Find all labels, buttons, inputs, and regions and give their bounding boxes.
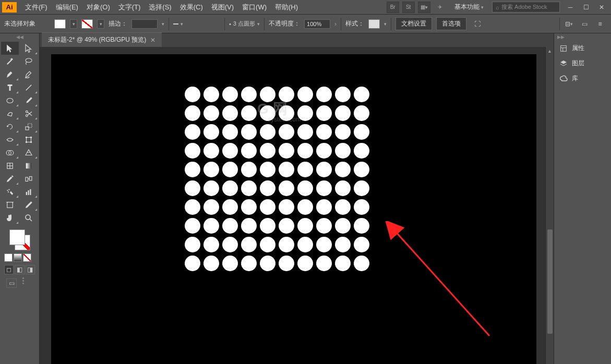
workspace-switcher[interactable]: 基本功能 ▾ — [449, 1, 489, 14]
blend-tool[interactable] — [20, 172, 38, 185]
bridge-icon[interactable]: Br — [387, 2, 399, 13]
menu-help[interactable]: 帮助(H) — [271, 1, 302, 14]
svg-point-11 — [30, 141, 31, 142]
lasso-tool[interactable] — [20, 55, 38, 68]
stock-icon[interactable]: St — [402, 2, 415, 13]
style-swatch[interactable] — [368, 19, 380, 29]
symbol-sprayer-tool[interactable] — [1, 185, 19, 198]
menu-select[interactable]: 选择(S) — [145, 1, 175, 14]
close-button[interactable]: ✕ — [594, 2, 609, 13]
shape-builder-tool[interactable] — [1, 146, 19, 159]
scale-tool[interactable] — [20, 120, 38, 133]
brush-dropdown[interactable]: ▾ — [181, 21, 183, 27]
fill-stroke-swatches[interactable] — [9, 229, 30, 250]
screen-mode[interactable]: ▭ — [6, 278, 17, 288]
document-tabs: 未标题-2* @ 49% (RGB/GPU 预览) ✕ — [40, 33, 554, 47]
opacity-flyout[interactable]: › — [334, 20, 337, 28]
artboard[interactable]: G 网 system.com — [51, 54, 536, 364]
stroke-weight-stepper[interactable]: ▾ — [162, 21, 164, 27]
svg-rect-26 — [30, 189, 31, 195]
close-tab-icon[interactable]: ✕ — [150, 37, 155, 44]
libraries-panel-tab[interactable]: 库 — [554, 71, 611, 86]
type-tool[interactable] — [1, 81, 19, 94]
gpu-icon[interactable]: ✈ — [434, 2, 446, 13]
panel-collapse[interactable]: ▶▶ — [554, 33, 611, 41]
preferences-button[interactable]: 首选项 — [436, 17, 466, 30]
transform-icon[interactable]: ▭ — [578, 18, 591, 30]
stroke-label: 描边： — [109, 19, 127, 28]
menu-effect[interactable]: 效果(C) — [176, 1, 207, 14]
maximize-button[interactable]: ☐ — [579, 2, 593, 13]
svg-rect-18 — [26, 177, 28, 181]
fill-dropdown[interactable]: ▾ — [70, 19, 77, 29]
none-mode-btn[interactable] — [23, 253, 31, 262]
list-icon[interactable]: ≡ — [593, 18, 607, 30]
properties-panel-tab[interactable]: 属性 — [554, 41, 611, 56]
shaper-tool[interactable] — [1, 107, 19, 120]
control-bar: 未选择对象 ▾ ▾ 描边： ▾ ▾ • 3 点圆形 ▾ 不透明度： › 样式： … — [0, 15, 611, 33]
zoom-tool[interactable] — [20, 211, 38, 224]
style-label: 样式： — [345, 19, 364, 28]
document-tab[interactable]: 未标题-2* @ 49% (RGB/GPU 预览) ✕ — [42, 32, 162, 47]
document-area: 未标题-2* @ 49% (RGB/GPU 预览) ✕ G 网 system.c… — [40, 33, 554, 364]
stroke-profile[interactable]: 3 点圆形 — [233, 20, 255, 28]
layers-panel-tab[interactable]: 图层 — [554, 56, 611, 71]
stroke-weight-input[interactable] — [131, 19, 158, 29]
mesh-tool[interactable] — [1, 159, 19, 172]
menu-window[interactable]: 窗口(W) — [238, 1, 271, 14]
stroke-dropdown[interactable]: ▾ — [97, 19, 104, 29]
magic-wand-tool[interactable] — [1, 55, 19, 68]
scissors-tool[interactable] — [20, 107, 38, 120]
vertical-scrollbar[interactable]: ▲ — [545, 47, 554, 364]
menu-object[interactable]: 对象(O) — [82, 1, 114, 14]
align-to-icon[interactable]: ⊟▾ — [562, 18, 576, 30]
search-stock-input[interactable]: ⌕ 搜索 Adobe Stock — [492, 2, 560, 13]
draw-behind[interactable]: ◧ — [15, 265, 24, 274]
toolbox-collapse[interactable]: ◀◀ — [0, 33, 39, 41]
menu-type[interactable]: 文字(T) — [114, 1, 145, 14]
arrange-icon[interactable]: ▦▾ — [418, 2, 430, 13]
draw-inside[interactable]: ◨ — [26, 265, 35, 274]
artboard-tool[interactable] — [1, 198, 19, 211]
stroke-swatch[interactable] — [81, 19, 93, 29]
line-tool[interactable] — [20, 81, 38, 94]
gradient-tool[interactable] — [20, 159, 38, 172]
svg-rect-33 — [561, 45, 567, 51]
slice-tool[interactable] — [20, 198, 38, 211]
column-graph-tool[interactable] — [20, 185, 38, 198]
toolbox-more[interactable] — [21, 277, 25, 289]
selection-tool[interactable] — [1, 42, 19, 55]
toolbox: ◀◀ — [0, 33, 40, 364]
width-tool[interactable] — [1, 133, 19, 146]
svg-point-23 — [8, 191, 9, 192]
search-icon: ⌕ — [496, 4, 499, 10]
opacity-input[interactable] — [304, 19, 330, 29]
fill-color-swatch[interactable] — [9, 229, 25, 245]
menu-edit[interactable]: 编辑(E) — [52, 1, 82, 14]
direct-selection-tool[interactable] — [20, 42, 38, 55]
scroll-thumb[interactable] — [547, 229, 553, 334]
menu-file[interactable]: 文件(F) — [21, 1, 52, 14]
menu-view[interactable]: 视图(V) — [207, 1, 238, 14]
pen-tool[interactable] — [1, 68, 19, 81]
svg-rect-27 — [7, 202, 13, 208]
isolate-icon[interactable]: ⛶ — [471, 18, 484, 30]
minimize-button[interactable]: ─ — [563, 2, 578, 13]
paintbrush-tool[interactable] — [20, 94, 38, 107]
document-setup-button[interactable]: 文档设置 — [396, 17, 432, 30]
svg-line-31 — [30, 219, 32, 221]
color-mode-btn[interactable] — [4, 253, 13, 262]
gradient-mode-btn[interactable] — [14, 253, 22, 262]
canvas-viewport[interactable]: G 网 system.com — [40, 47, 554, 364]
style-dropdown[interactable]: ▾ — [384, 21, 387, 27]
ellipse-tool[interactable] — [1, 94, 19, 107]
draw-normal[interactable]: ◻ — [4, 265, 14, 274]
eyedropper-tool[interactable] — [1, 172, 19, 185]
curvature-tool[interactable] — [20, 68, 38, 81]
free-transform-tool[interactable] — [20, 133, 38, 146]
perspective-tool[interactable] — [20, 146, 38, 159]
fill-swatch[interactable] — [54, 19, 66, 29]
hand-tool[interactable] — [1, 211, 19, 224]
rotate-tool[interactable] — [1, 120, 19, 133]
scroll-up-arrow[interactable]: ▲ — [546, 47, 554, 55]
